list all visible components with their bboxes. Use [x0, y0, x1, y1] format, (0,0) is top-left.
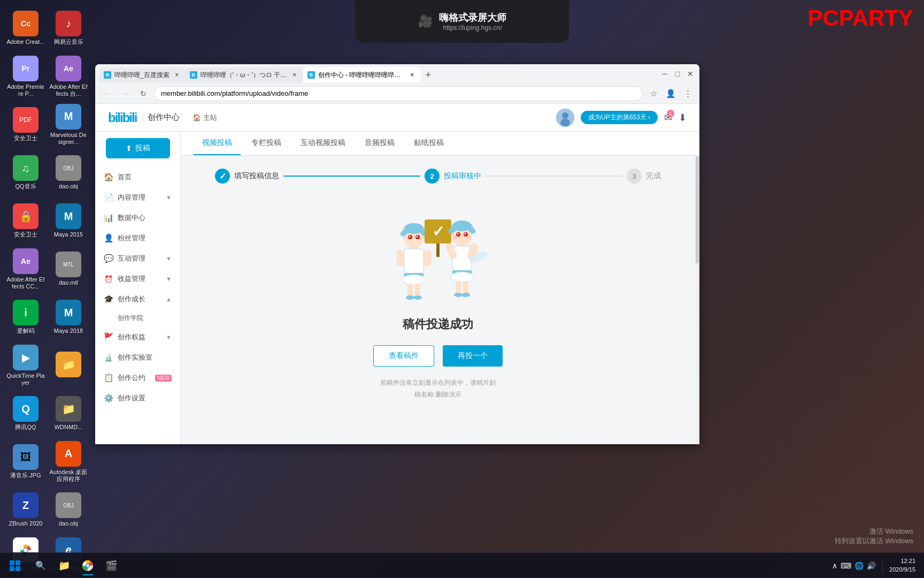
upload-button[interactable]: ⬆ 投稿: [106, 138, 170, 158]
desktop-icon-creative-cloud[interactable]: Cc Adobe Creat...: [4, 4, 47, 52]
start-button[interactable]: [4, 555, 26, 576]
sidebar-settings-label: 创作设置: [118, 393, 172, 403]
desktop-icon-security2[interactable]: 🔒 安全卫士: [4, 197, 47, 245]
sidebar-item-fans[interactable]: 👤 粉丝管理: [95, 228, 180, 248]
sidebar-income-label: 收益管理: [118, 274, 161, 284]
tab1-title: 哔哩哔哩_百度搜索: [114, 71, 170, 80]
tab1-close-btn[interactable]: ×: [173, 71, 181, 79]
sidebar-item-data[interactable]: 📊 数据中心: [95, 208, 180, 228]
sidebar-item-growth[interactable]: 🎓 创作成长 ▲: [95, 289, 180, 309]
window-minimize-btn[interactable]: ─: [660, 69, 669, 79]
tab2-close-btn[interactable]: ×: [290, 71, 299, 79]
taskbar-keyboard-icon[interactable]: ⌨: [841, 561, 851, 570]
taskbar-chrome[interactable]: [77, 555, 98, 576]
sidebar-item-settings[interactable]: ⚙️ 创作设置: [95, 388, 180, 408]
view-submission-btn[interactable]: 查看稿件: [373, 345, 434, 367]
sidebar-item-income[interactable]: ⏰ 收益管理 ▼: [95, 269, 180, 289]
desktop-icon-zbrush[interactable]: Z ZBrush 2020: [4, 486, 47, 534]
premiere-icon: Pr: [13, 56, 38, 81]
desktop-icon-quicktime[interactable]: ▶ QuickTime Player: [4, 341, 47, 390]
desktop-icon-dao-mtl[interactable]: MTL dao.mtl: [47, 245, 90, 293]
notification-btn[interactable]: ✉ 1: [664, 112, 672, 124]
note-line1: 若稿件没有立刻显示在列表中，请稍片刻: [380, 377, 496, 389]
taskbar-explorer[interactable]: 📁: [53, 555, 75, 576]
desktop-icon-maya2018[interactable]: M Maya 2018: [47, 293, 90, 341]
browser-tab-2[interactable]: B 哔哩哔哩（'・ω・'）つロ 干杯~--bili... ×: [186, 67, 303, 82]
browser-tab-1[interactable]: B 哔哩哔哩_百度搜索 ×: [99, 67, 186, 82]
taskbar-network-icon[interactable]: 🌐: [854, 561, 864, 570]
up-badge[interactable]: 成为UP主的第653天 ›: [581, 111, 658, 124]
url-input[interactable]: [154, 86, 643, 101]
characters-illustration: ✓: [384, 211, 491, 308]
submit-another-btn[interactable]: 再投一个: [443, 345, 503, 367]
scrollbar-thumb[interactable]: [696, 156, 699, 263]
download-btn[interactable]: ⬇: [679, 112, 687, 124]
desktop-icon-iqiyi[interactable]: i 爱解码: [4, 293, 47, 341]
desktop-icon-qq[interactable]: Q 腾讯QQ: [4, 390, 47, 438]
toolbar-icons: ☆ 👤 ⋮: [646, 86, 695, 101]
refresh-button[interactable]: ↻: [136, 86, 151, 101]
tab3-favicon: B: [307, 71, 315, 79]
forward-button[interactable]: →: [118, 86, 133, 101]
desktop-icon-marvelous[interactable]: M Marvelous Designer...: [47, 101, 90, 149]
account-btn[interactable]: 👤: [663, 86, 678, 101]
sidebar-item-content[interactable]: 📄 内容管理 ▼: [95, 187, 180, 208]
sidebar-item-interact[interactable]: 💬 互动管理 ▼: [95, 248, 180, 269]
sidebar-item-home[interactable]: 🏠 首页: [95, 167, 180, 187]
desktop-icon-dao-obj[interactable]: OBJ dao.obj: [47, 149, 90, 197]
content-scrollbar[interactable]: [695, 156, 699, 444]
desktop-icon-security[interactable]: PDF 安全卫士: [4, 101, 47, 149]
tab-sticker[interactable]: 贴纸投稿: [405, 132, 452, 155]
desktop-icon-folder[interactable]: 📁: [47, 341, 90, 390]
upload-label: 投稿: [135, 143, 150, 153]
taskbar-media-player[interactable]: 🎬: [101, 555, 122, 576]
browser-tab-3[interactable]: B 创作中心 - 哔哩哔哩哔哩哔哩弹幕视频网... ×: [303, 67, 421, 82]
camera-icon: 🎥: [418, 14, 433, 28]
sidebar-item-contract[interactable]: 📋 创作公约 NEW: [95, 368, 180, 388]
svg-point-43: [454, 293, 463, 297]
taskbar-volume-icon[interactable]: 🔊: [867, 561, 876, 570]
tab-interactive[interactable]: 互动视频投稿: [292, 132, 354, 155]
clock-date: 2020/9/15: [889, 566, 915, 574]
taskbar-search[interactable]: 🔍: [30, 555, 51, 576]
browser-tab-bar: B 哔哩哔哩_百度搜索 × B 哔哩哔哩（'・ω・'）つロ 干杯~--bili.…: [99, 65, 695, 82]
tab2-title: 哔哩哔哩（'・ω・'）つロ 干杯~--bili...: [201, 71, 287, 80]
step-1: ✓ 填写投稿信息: [215, 169, 279, 184]
sidebar-item-lab[interactable]: 🔬 创作实验室: [95, 347, 180, 368]
windows-activate: 激活 Windows 转到设置以激活 Windows: [835, 527, 913, 546]
win-activate-line1: 激活 Windows: [835, 527, 913, 536]
creative-cloud-icon: Cc: [13, 11, 38, 36]
taskbar-up-arrow[interactable]: ∧: [832, 561, 837, 570]
desktop-icon-panyinyue[interactable]: 🖼 潘音乐.JPG: [4, 438, 47, 486]
tab3-close-btn[interactable]: ×: [408, 71, 417, 79]
taskbar-clock[interactable]: 12:21 2020/9/15: [889, 557, 915, 574]
desktop-icon-netease[interactable]: ♪ 网易云音乐: [47, 4, 90, 52]
desktop-icon-qq-music[interactable]: ♫ QQ音乐: [4, 149, 47, 197]
desktop-icon-autodesk[interactable]: A Autodesk 桌面应用程序: [47, 438, 90, 486]
desktop-icon-wdnmd[interactable]: 📁 WDNMD...: [47, 390, 90, 438]
user-avatar[interactable]: [556, 109, 574, 127]
menu-btn[interactable]: ⋮: [680, 86, 695, 101]
rights-sidebar-icon: 🚩: [104, 332, 113, 342]
bookmark-star-btn[interactable]: ☆: [646, 86, 661, 101]
home-link[interactable]: 🏠 主站: [188, 111, 221, 125]
sidebar-contract-label: 创作公约: [118, 373, 150, 383]
sidebar-fans-label: 粉丝管理: [118, 233, 172, 243]
tab-video[interactable]: 视频投稿: [194, 132, 241, 155]
sidebar-item-academy[interactable]: 创作学院: [95, 309, 180, 327]
desktop-icon-premiere[interactable]: Pr Adobe Premiere P...: [4, 52, 47, 101]
taskbar-media-icon: 🎬: [105, 560, 117, 572]
window-close-btn[interactable]: ✕: [686, 69, 695, 79]
tab-audio[interactable]: 音频投稿: [356, 132, 403, 155]
back-button[interactable]: ←: [99, 86, 114, 101]
window-maximize-btn[interactable]: □: [673, 69, 682, 79]
desktop-icon-maya2015[interactable]: M Maya 2015: [47, 197, 90, 245]
desktop-icon-ae-cc[interactable]: Ae Adobe After Effects CC...: [4, 245, 47, 293]
tab-column[interactable]: 专栏投稿: [243, 132, 290, 155]
data-sidebar-icon: 📊: [104, 213, 113, 223]
sidebar-item-rights[interactable]: 🚩 创作权益 ▼: [95, 327, 180, 347]
desktop-icon-dao-obj2[interactable]: OBJ dao.obj: [47, 486, 90, 534]
desktop-icon-after-effects[interactable]: Ae Adobe After Effects 自...: [47, 52, 90, 101]
marvelous-icon: M: [56, 104, 81, 130]
new-tab-button[interactable]: +: [421, 67, 436, 82]
